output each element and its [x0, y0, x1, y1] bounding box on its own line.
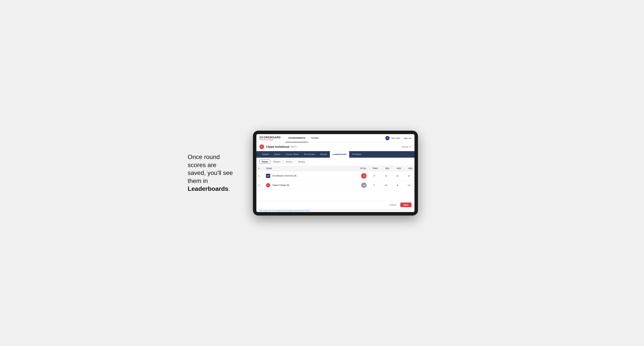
desc-line5-bold: Leaderboards: [188, 185, 228, 192]
rd1-cell-1: -4: [380, 171, 392, 180]
nav-teams[interactable]: TEAMS: [308, 134, 322, 143]
filter-players[interactable]: Players: [271, 160, 283, 164]
rd1-cell-2: +8: [380, 180, 392, 190]
logo-area: SCOREBOARD Powered by clippd: [260, 136, 281, 141]
score-badge-1: -5: [361, 173, 366, 178]
table-row: 2 C Clippd College [A] +3 F +8 -8 +3: [256, 180, 414, 190]
logo-text: SCOREBOARD: [260, 136, 281, 139]
tablet-screen: SCOREBOARD Powered by clippd TOURNAMENTS…: [256, 134, 414, 212]
tournament-title: Clippd Invitational: [266, 145, 289, 148]
col-rank: #: [256, 166, 264, 171]
tab-printables[interactable]: Printables: [349, 151, 364, 158]
score-badge-2: +3: [361, 182, 366, 188]
desc-line5-end: .: [228, 185, 230, 192]
left-description: Once round scores are saved, you'll see …: [188, 153, 242, 193]
team-cell-2: C Clippd College [A]: [264, 180, 353, 190]
tablet-frame: SCOREBOARD Powered by clippd TOURNAMENTS…: [253, 131, 418, 215]
tab-leaderboards[interactable]: Leaderboards: [330, 151, 349, 158]
user-name: Test User: [391, 137, 400, 139]
thru-cell-1: F: [368, 171, 380, 180]
table-body: 1 SU Scoreboard University [A] -5 F -4 +…: [256, 171, 414, 190]
tab-tee-groups[interactable]: Tee Groups: [301, 151, 318, 158]
filter-scores[interactable]: Scores: [284, 160, 294, 164]
user-avatar: S: [385, 136, 390, 140]
filter-strokes[interactable]: Strokes: [296, 160, 307, 164]
table-header: # TEAM TOTAL THRU RD1 RD2 RD3: [256, 166, 414, 171]
tab-course-setup[interactable]: Course Setup: [283, 151, 301, 158]
logo-sub: Powered by clippd: [260, 139, 281, 141]
col-rd3: RD3: [403, 166, 414, 171]
team-logo-1: SU: [266, 174, 270, 178]
main-nav: TOURNAMENTS TEAMS: [285, 134, 385, 143]
team-name-2: Clippd College [A]: [272, 184, 289, 186]
top-nav: SCOREBOARD Powered by clippd TOURNAMENTS…: [256, 134, 414, 143]
tournament-subtitle: (Men): [290, 145, 296, 148]
status-bar: https://stage-blue-coach.stagescoreboard…: [256, 209, 414, 212]
tab-results[interactable]: Results: [318, 151, 330, 158]
footer-save-btn[interactable]: Save: [400, 202, 412, 207]
status-url: https://stage-blue-coach.stagescoreboard…: [260, 210, 310, 211]
team-logo-2: C: [266, 183, 270, 187]
rd2-cell-2: -8: [392, 180, 403, 190]
tab-details[interactable]: Details: [260, 151, 271, 158]
col-thru: THRU: [368, 166, 380, 171]
team-cell-1: SU Scoreboard University [A]: [264, 171, 353, 180]
thru-cell-2: F: [368, 180, 380, 190]
total-cell-2: +3: [353, 180, 368, 190]
col-total: TOTAL: [353, 166, 368, 171]
nav-tournaments[interactable]: TOURNAMENTS: [285, 134, 308, 143]
rd3-cell-1: -6: [403, 171, 414, 180]
cancel-tournament-btn[interactable]: Cancel ✕: [402, 145, 412, 148]
rank-1: 1: [256, 171, 264, 180]
cancel-x-icon: ✕: [409, 145, 412, 148]
desc-line3: saved, you'll see: [188, 169, 233, 176]
total-cell-1: -5: [353, 171, 368, 180]
desc-line1: Once round: [188, 154, 220, 160]
sub-nav: Details Teams Course Setup Tee Groups Re…: [256, 151, 414, 158]
rank-2: 2: [256, 180, 264, 190]
desc-line2: scores are: [188, 162, 216, 169]
desc-line4: them in: [188, 177, 208, 184]
team-name-1: Scoreboard University [A]: [272, 174, 296, 177]
tab-teams[interactable]: Teams: [271, 151, 283, 158]
tournament-icon: C: [260, 145, 264, 149]
sign-out-link[interactable]: Sign out: [404, 137, 412, 139]
rd2-cell-1: +5: [392, 171, 403, 180]
content-area: # TEAM TOTAL THRU RD1 RD2 RD3 1: [256, 166, 414, 200]
page-wrapper: Once round scores are saved, you'll see …: [188, 131, 456, 215]
col-team: TEAM: [264, 166, 353, 171]
col-rd2: RD2: [392, 166, 403, 171]
tournament-header: C Clippd Invitational (Men) Cancel ✕: [256, 143, 414, 151]
table-row: 1 SU Scoreboard University [A] -5 F -4 +…: [256, 171, 414, 180]
footer-cancel-btn[interactable]: Cancel: [387, 202, 398, 207]
filter-teams[interactable]: Teams: [260, 160, 270, 164]
rd3-cell-2: +3: [403, 180, 414, 190]
col-rd1: RD1: [380, 166, 392, 171]
leaderboard-table: # TEAM TOTAL THRU RD1 RD2 RD3 1: [256, 166, 414, 190]
nav-right: S Test User | Sign out: [385, 136, 412, 140]
modal-footer: Cancel Save: [256, 200, 414, 209]
nav-divider: |: [402, 137, 402, 139]
filter-bar: Teams Players Scores Strokes: [256, 158, 414, 166]
